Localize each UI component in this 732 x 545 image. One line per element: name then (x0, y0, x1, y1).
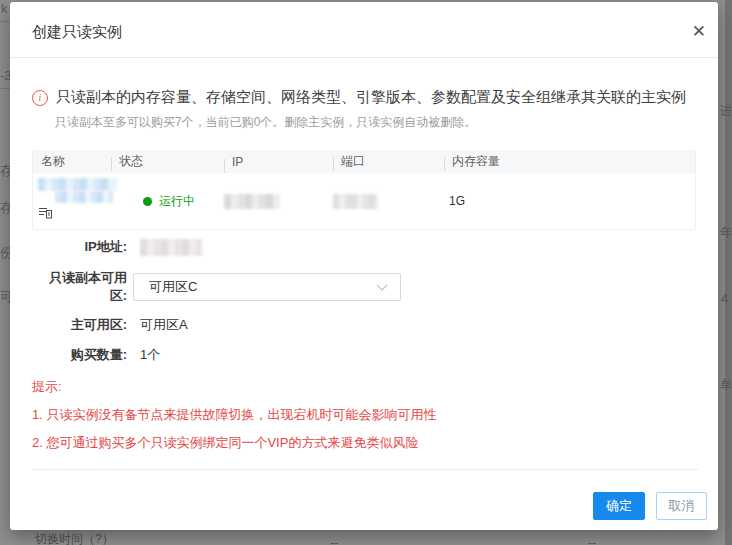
tip-item-2: 2. 您可通过购买多个只读实例绑定同一个VIP的方式来避免类似风险 (32, 435, 436, 450)
info-icon: i (32, 90, 48, 106)
dialog-header: 创建只读实例 ✕ (10, 2, 718, 58)
table-header-status: 状态 (111, 153, 224, 170)
copy-icon (38, 206, 52, 222)
readonly-zone-label: 只读副本可用区: (32, 269, 127, 305)
instance-ip-redacted (224, 194, 280, 209)
quantity-value: 1个 (140, 346, 160, 364)
instance-ip-cell (224, 173, 333, 229)
dialog-title: 创建只读实例 (32, 23, 122, 42)
background-field-label: 切换时间（?） (35, 531, 114, 545)
background-divider-fragment (0, 88, 10, 89)
background-text-fragment: k (1, 2, 8, 15)
cancel-button[interactable]: 取消 (656, 492, 707, 520)
table-header-port: 端口 (333, 153, 444, 170)
instance-port-redacted (333, 194, 378, 209)
instance-id-redacted (55, 191, 113, 203)
table-header-ip: IP (224, 155, 333, 169)
dialog-footer: 确定 取消 (593, 492, 707, 520)
ip-address-label: IP地址: (32, 238, 127, 256)
background-text-fragment: 4 (721, 292, 728, 305)
status-text: 运行中 (159, 193, 195, 210)
master-instance-table: 名称 状态 IP 端口 内存容量 运行中 (32, 150, 696, 230)
ip-address-row: IP地址: (32, 237, 202, 257)
memory-value: 1G (449, 194, 465, 208)
notice-sub-text: 只读副本至多可以购买7个，当前已购0个。删除主实例，只读实例自动被删除。 (55, 114, 698, 131)
master-zone-row: 主可用区: 可用区A (32, 315, 188, 335)
background-text-fragment: 年 (720, 226, 732, 239)
readonly-zone-select[interactable]: 可用区C (133, 273, 401, 301)
inheritance-notice: i 只读副本的内存容量、存储空间、网络类型、引擎版本、参数配置及安全组继承其关联… (32, 88, 698, 131)
table-row: 运行中 1G (33, 173, 695, 229)
close-icon[interactable]: ✕ (692, 23, 706, 40)
ip-address-value-redacted (140, 239, 202, 256)
readonly-zone-value: 可用区C (149, 278, 197, 296)
warning-tips: 提示: 1. 只读实例没有备节点来提供故障切换，出现宕机时可能会影响可用性 2.… (32, 379, 436, 463)
instance-status-cell: 运行中 (111, 173, 224, 229)
table-header-row: 名称 状态 IP 端口 内存容量 (33, 150, 695, 173)
instance-memory-cell: 1G (444, 173, 695, 229)
background-dark-edge (725, 0, 732, 545)
table-header-name: 名称 (33, 153, 111, 170)
table-header-memory: 内存容量 (444, 153, 695, 170)
tip-item-1: 1. 只读实例没有备节点来提供故障切换，出现宕机时可能会影响可用性 (32, 407, 436, 422)
instance-name-cell (33, 173, 111, 229)
master-zone-value: 可用区A (140, 316, 188, 334)
background-text-fragment: 单 (720, 378, 732, 391)
background-text-fragment: 进 (720, 104, 732, 117)
instance-port-cell (333, 173, 444, 229)
create-readonly-instance-dialog: 创建只读实例 ✕ i 只读副本的内存容量、存储空间、网络类型、引擎版本、参数配置… (10, 2, 718, 530)
instance-name-redacted (38, 178, 116, 191)
footer-divider (32, 469, 698, 470)
background-field-value: -- (330, 536, 338, 545)
quantity-row: 购买数量: 1个 (32, 345, 160, 365)
status-dot-icon (143, 197, 152, 206)
background-field-value: -- (588, 536, 596, 545)
quantity-label: 购买数量: (32, 346, 127, 364)
background-divider-fragment (0, 21, 10, 22)
confirm-button[interactable]: 确定 (593, 492, 645, 520)
master-zone-label: 主可用区: (32, 316, 127, 334)
tips-title: 提示: (32, 379, 436, 394)
chevron-down-icon (376, 284, 388, 291)
notice-main-text: 只读副本的内存容量、存储空间、网络类型、引擎版本、参数配置及安全组继承其关联的主… (56, 88, 686, 107)
readonly-zone-row: 只读副本可用区: 可用区C (32, 272, 401, 302)
